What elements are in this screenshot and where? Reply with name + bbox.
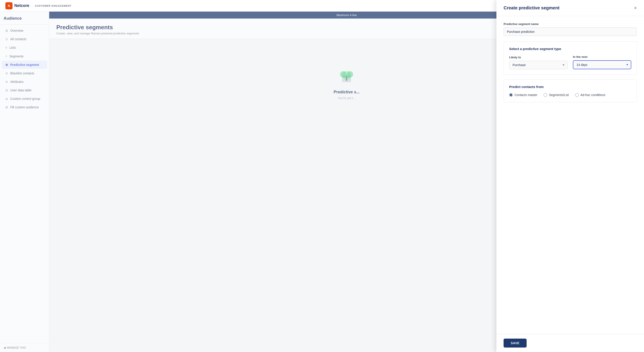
in-next-select-wrapper: 7 days 14 days 30 days 60 days 90 days ▼: [573, 60, 631, 69]
likely-to-select-wrapper: Purchase Churn Engage ▼: [509, 61, 568, 69]
attributes-icon: ⊖: [5, 80, 8, 84]
radio-ad-hoc[interactable]: [575, 93, 579, 97]
radio-item-segments-list[interactable]: Segments/List: [544, 93, 569, 97]
segments-icon: ⌗: [5, 54, 7, 58]
sidebar: Audience ⊞ Overview ⊙ All contacts ≡ Lis…: [0, 12, 49, 352]
top-banner-text: Maximum 4 live: [336, 13, 357, 17]
likely-row: Likely to Purchase Churn Engage ▼ In the…: [509, 55, 631, 69]
fb-custom-icon: ⊞: [5, 105, 8, 109]
blacklist-icon: ⊘: [5, 71, 8, 75]
empty-illustration: [333, 62, 360, 84]
sidebar-item-label-predictive: Predictive segment: [10, 63, 39, 67]
predict-contacts-title: Predict contacts from: [509, 85, 631, 89]
netcore-logo-icon: N: [5, 2, 12, 9]
minimize-label: MINIMIZE THIS: [7, 346, 26, 349]
save-button[interactable]: SAVE: [504, 339, 526, 348]
predictive-segment-icon: ⊛: [5, 63, 8, 67]
sidebar-item-fb-custom-audience[interactable]: ⊞ FB custom audience: [2, 103, 47, 111]
sidebar-item-label-overview: Overview: [10, 29, 23, 32]
svg-rect-5: [346, 75, 347, 81]
in-next-select[interactable]: 7 days 14 days 30 days 60 days 90 days: [573, 60, 631, 69]
empty-state-title: Predictive s...: [334, 90, 360, 94]
name-section: Predictive segment name: [504, 22, 637, 36]
modal-header: Create predictive segment ×: [496, 0, 644, 16]
radio-segments-list[interactable]: [544, 93, 547, 97]
sidebar-item-user-data-table[interactable]: ⊟ User data table: [2, 86, 47, 94]
radio-label-segments-list: Segments/List: [549, 93, 569, 97]
radio-group: Contacts master Segments/List Ad-hoc con…: [509, 93, 631, 97]
sidebar-item-label-fb: FB custom audience: [10, 105, 39, 109]
predict-contacts-card: Predict contacts from Contacts master Se…: [504, 79, 637, 102]
radio-item-ad-hoc[interactable]: Ad-hoc conditions: [575, 93, 605, 97]
netcore-logo: N Netcore: [5, 2, 29, 9]
modal-body: Predictive segment name Select a predict…: [496, 16, 644, 334]
sidebar-title: Audience: [0, 12, 49, 24]
sidebar-item-overview[interactable]: ⊞ Overview: [2, 26, 47, 35]
likely-to-label: Likely to: [509, 56, 568, 59]
sidebar-item-all-contacts[interactable]: ⊙ All contacts: [2, 35, 47, 43]
radio-label-ad-hoc: Ad-hoc conditions: [580, 93, 605, 97]
likely-to-group: Likely to Purchase Churn Engage ▼: [509, 56, 568, 69]
name-label: Predictive segment name: [504, 22, 637, 26]
sidebar-nav: ⊞ Overview ⊙ All contacts ≡ Lists ⌗ Segm…: [0, 24, 49, 343]
likely-to-select[interactable]: Purchase Churn Engage: [509, 61, 568, 69]
header-divider: [32, 3, 32, 8]
custom-control-icon: ≣: [5, 97, 8, 101]
sidebar-item-predictive-segment[interactable]: ⊛ Predictive segment: [2, 61, 47, 69]
sidebar-item-blacklist-contacts[interactable]: ⊘ Blacklist contacts: [2, 69, 47, 77]
segment-type-card: Select a predictive segment type Likely …: [504, 41, 637, 75]
sidebar-item-label-segments: Segments: [10, 54, 24, 58]
in-next-label: In the next: [573, 55, 631, 58]
svg-point-3: [340, 71, 346, 77]
modal-panel: Create predictive segment × Predictive s…: [496, 0, 644, 352]
sidebar-item-attributes[interactable]: ⊖ Attributes: [2, 78, 47, 86]
overview-icon: ⊞: [5, 29, 8, 32]
header-app-name: CUSTOMER ENGAGEMENT: [35, 4, 72, 7]
sidebar-item-custom-control-group[interactable]: ≣ Custom control group: [2, 95, 47, 103]
radio-item-contacts-master[interactable]: Contacts master: [509, 93, 537, 97]
chevron-left-icon: ◀: [4, 346, 6, 349]
svg-point-4: [347, 71, 353, 77]
user-data-table-icon: ⊟: [5, 88, 8, 92]
radio-contacts-master[interactable]: [509, 93, 513, 97]
sidebar-item-label-blacklist: Blacklist contacts: [10, 71, 34, 75]
empty-state-subtitle: You're yet t...: [338, 96, 356, 100]
modal-footer: SAVE: [496, 334, 644, 352]
sidebar-item-label-user-data: User data table: [10, 88, 32, 92]
sidebar-item-label-lists: Lists: [10, 46, 16, 49]
modal-title: Create predictive segment: [504, 5, 560, 10]
lists-icon: ≡: [5, 46, 7, 49]
segment-type-title: Select a predictive segment type: [509, 47, 631, 51]
sidebar-item-segments[interactable]: ⌗ Segments: [2, 52, 47, 60]
name-input[interactable]: [504, 27, 637, 36]
in-next-group: In the next 7 days 14 days 30 days 60 da…: [573, 55, 631, 69]
sidebar-item-label-custom-control: Custom control group: [10, 97, 40, 101]
netcore-logo-text: Netcore: [14, 3, 29, 8]
sidebar-item-label-all-contacts: All contacts: [10, 37, 26, 41]
sidebar-item-lists[interactable]: ≡ Lists: [2, 43, 47, 52]
sidebar-item-label-attributes: Attributes: [10, 80, 24, 84]
modal-close-button[interactable]: ×: [634, 5, 637, 10]
all-contacts-icon: ⊙: [5, 37, 8, 41]
minimize-button[interactable]: ◀ MINIMIZE THIS: [0, 343, 49, 352]
radio-label-contacts-master: Contacts master: [514, 93, 537, 97]
